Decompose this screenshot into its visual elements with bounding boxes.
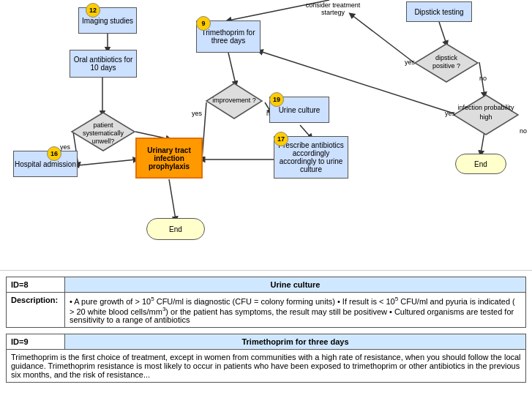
info-id-8: ID=8 — [7, 277, 65, 293]
svg-text:unwell?: unwell? — [92, 138, 115, 145]
svg-line-12 — [351, 15, 413, 62]
info-desc-9: Trimethoprim is the first choice of trea… — [7, 350, 526, 383]
consider-text: consider treatmentstartegy — [293, 1, 373, 16]
info-desc-8: • A pure growth of > 105 CFU/ml is diagn… — [65, 293, 526, 328]
dipstick-positive-diamond: dipstick positive ? yes no — [413, 42, 479, 83]
uti-prophylaxis-node: Urinary tract infection prophylaxis — [135, 138, 203, 179]
badge-12: 12 — [86, 3, 100, 18]
badge-17: 17 — [274, 132, 288, 146]
patient-unwell-diamond: patient systematically unwell? yes no — [70, 111, 136, 152]
svg-text:high: high — [479, 113, 492, 121]
hospital-node: Hospital admission — [13, 151, 78, 177]
badge-19: 19 — [269, 92, 284, 107]
svg-text:systematically: systematically — [83, 130, 124, 137]
info-title-9: Trimethoprim for three days — [65, 334, 526, 350]
infection-prob-diamond: infection probability high yes no — [452, 94, 520, 136]
svg-text:dipstick: dipstick — [435, 54, 458, 61]
svg-text:infection probability: infection probability — [457, 104, 514, 111]
info-title-8: Urine culture — [65, 277, 526, 293]
svg-line-5 — [228, 53, 236, 84]
svg-line-4 — [78, 160, 136, 165]
dipstick-testing-node: Dipstick testing — [406, 1, 472, 22]
info-table-9: ID=9 Trimethoprim for three days Trimeth… — [6, 334, 526, 383]
end2-node: End — [455, 154, 506, 174]
oral-antibiotics-node: Oral antibiotics for10 days — [70, 50, 137, 78]
svg-text:patient: patient — [93, 121, 113, 129]
svg-text:positive ?: positive ? — [432, 62, 460, 70]
svg-text:improvement ?: improvement ? — [212, 97, 256, 104]
info-id-9: ID=9 — [7, 334, 65, 350]
info-tables: ID=8 Urine culture Description: • A pure… — [0, 271, 532, 394]
svg-line-11 — [439, 22, 446, 44]
improvement-diamond: improvement ? yes no — [205, 82, 263, 120]
info-table-8: ID=8 Urine culture Description: • A pure… — [6, 277, 526, 328]
info-desc-label-8: Description: — [7, 293, 65, 328]
end1-node: End — [146, 218, 205, 240]
flowchart: consider treatmentstartegy Dipstick test… — [0, 0, 532, 271]
badge-16a: 16 — [47, 146, 61, 161]
badge-9: 9 — [196, 16, 211, 31]
svg-line-10 — [169, 179, 176, 219]
